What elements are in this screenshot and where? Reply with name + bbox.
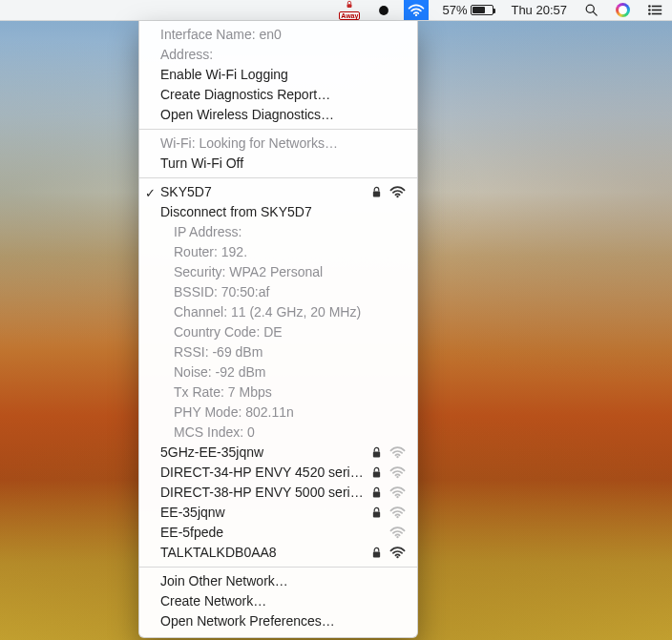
svg-point-12 xyxy=(396,196,398,197)
wifi-signal-icon xyxy=(389,486,406,499)
notification-center-icon[interactable] xyxy=(643,0,666,20)
create-diagnostics-report[interactable]: Create Diagnostics Report… xyxy=(139,85,417,105)
svg-rect-22 xyxy=(373,552,380,558)
battery-icon xyxy=(471,5,494,15)
svg-point-9 xyxy=(648,12,651,15)
open-network-preferences[interactable]: Open Network Preferences… xyxy=(139,611,417,631)
connected-network[interactable]: ✓ SKY5D7 xyxy=(139,182,417,202)
svg-rect-11 xyxy=(373,192,380,197)
interface-name-row: Interface Name: en0 xyxy=(139,25,417,45)
svg-rect-10 xyxy=(652,13,662,15)
address-label: Address: xyxy=(160,46,406,64)
separator xyxy=(139,177,417,178)
open-wireless-diagnostics[interactable]: Open Wireless Diagnostics… xyxy=(139,105,417,125)
noise-row: Noise: -92 dBm xyxy=(139,362,417,382)
menubar: Away 57% Thu 20:57 xyxy=(0,0,672,21)
away-label: Away xyxy=(339,11,360,20)
svg-point-20 xyxy=(396,516,398,518)
country-row: Country Code: DE xyxy=(139,322,417,342)
clock-label: Thu 20:57 xyxy=(511,3,567,17)
svg-point-16 xyxy=(396,476,398,478)
svg-point-21 xyxy=(396,536,398,538)
battery-percent-label: 57% xyxy=(442,3,467,17)
svg-point-5 xyxy=(648,5,651,8)
checkmark-icon: ✓ xyxy=(145,184,156,202)
address-row: Address: xyxy=(139,45,417,65)
wifi-menu: Interface Name: en0 Address: Enable Wi-F… xyxy=(138,21,418,638)
turn-wifi-off[interactable]: Turn Wi-Fi Off xyxy=(139,154,417,174)
network-ssid: EE-5fpede xyxy=(160,524,389,542)
battery-status[interactable]: 57% xyxy=(438,0,497,20)
rssi-row: RSSI: -69 dBm xyxy=(139,342,417,362)
network-ssid: DIRECT-38-HP ENVY 5000 seri… xyxy=(160,484,371,502)
clock[interactable]: Thu 20:57 xyxy=(507,0,571,20)
lock-icon xyxy=(371,186,382,198)
lock-icon xyxy=(371,446,382,459)
lock-icon xyxy=(371,506,382,519)
svg-point-14 xyxy=(396,456,398,458)
lock-icon xyxy=(371,486,382,499)
router-row: Router: 192. xyxy=(139,242,417,262)
network-ssid: TALKTALKDB0AA8 xyxy=(160,544,371,562)
bssid-row: BSSID: 70:50:af xyxy=(139,282,417,302)
lock-icon xyxy=(371,547,382,559)
siri-icon[interactable] xyxy=(612,0,634,20)
available-networks-list: 5GHz-EE-35jqnwDIRECT-34-HP ENVY 4520 ser… xyxy=(139,443,417,563)
network-ssid: EE-35jqnw xyxy=(160,504,371,522)
network-ssid: DIRECT-34-HP ENVY 4520 seri… xyxy=(160,464,371,482)
separator xyxy=(139,129,417,130)
enable-wifi-logging[interactable]: Enable Wi-Fi Logging xyxy=(139,65,417,85)
status-dot-icon[interactable] xyxy=(373,0,394,20)
svg-rect-6 xyxy=(652,6,662,8)
svg-line-4 xyxy=(593,11,597,15)
wifi-signal-icon xyxy=(389,446,406,459)
wifi-signal-icon xyxy=(389,186,406,198)
svg-rect-19 xyxy=(373,512,380,518)
network-item[interactable]: EE-35jqnw xyxy=(139,503,417,523)
svg-rect-13 xyxy=(373,452,380,458)
svg-rect-0 xyxy=(347,4,352,8)
svg-point-7 xyxy=(648,9,651,11)
join-other-network[interactable]: Join Other Network… xyxy=(139,571,417,591)
txrate-row: Tx Rate: 7 Mbps xyxy=(139,382,417,403)
wifi-signal-icon xyxy=(389,506,406,519)
ip-address-row: IP Address: xyxy=(139,222,417,242)
phy-row: PHY Mode: 802.11n xyxy=(139,403,417,423)
wifi-status-row: Wi-Fi: Looking for Networks… xyxy=(139,134,417,154)
network-ssid: 5GHz-EE-35jqnw xyxy=(160,444,371,462)
status-away-icon[interactable]: Away xyxy=(335,0,364,20)
mcs-row: MCS Index: 0 xyxy=(139,423,417,443)
svg-point-1 xyxy=(380,6,389,15)
channel-row: Channel: 11 (2.4 GHz, 20 MHz) xyxy=(139,302,417,322)
interface-name-label: Interface Name: en0 xyxy=(160,26,406,44)
disconnect-network[interactable]: Disconnect from SKY5D7 xyxy=(139,202,417,222)
wifi-signal-icon xyxy=(389,547,406,559)
svg-point-18 xyxy=(396,496,398,498)
lock-icon xyxy=(371,466,382,479)
svg-rect-17 xyxy=(373,492,380,498)
create-network[interactable]: Create Network… xyxy=(139,591,417,611)
separator xyxy=(139,567,417,568)
svg-point-2 xyxy=(415,13,417,15)
wifi-signal-icon xyxy=(389,466,406,479)
wifi-signal-icon xyxy=(389,526,406,539)
svg-point-23 xyxy=(396,556,398,558)
security-row: Security: WPA2 Personal xyxy=(139,262,417,282)
network-item[interactable]: TALKTALKDB0AA8 xyxy=(139,543,417,563)
svg-rect-8 xyxy=(652,10,662,11)
spotlight-icon[interactable] xyxy=(580,0,602,20)
network-item[interactable]: DIRECT-38-HP ENVY 5000 seri… xyxy=(139,483,417,503)
svg-rect-15 xyxy=(373,472,380,478)
network-item[interactable]: DIRECT-34-HP ENVY 4520 seri… xyxy=(139,463,417,483)
network-item[interactable]: 5GHz-EE-35jqnw xyxy=(139,443,417,463)
network-item[interactable]: EE-5fpede xyxy=(139,523,417,543)
wifi-menubar-icon[interactable] xyxy=(404,0,429,20)
